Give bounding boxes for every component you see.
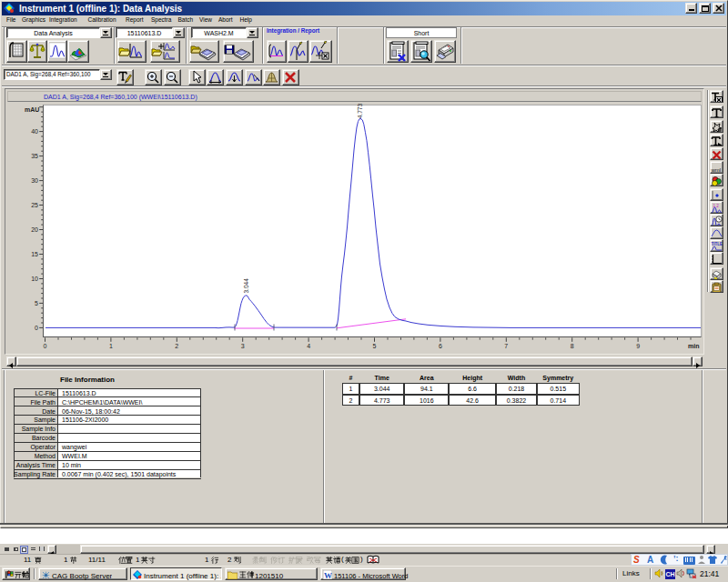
- svg-text:3.044: 3.044: [243, 278, 249, 294]
- svg-text:TITLE: TITLE: [712, 241, 723, 246]
- svg-text:wml: wml: [711, 167, 721, 173]
- svg-text:4.773: 4.773: [357, 104, 363, 119]
- svg-text:W: W: [324, 571, 332, 580]
- svg-text:1 2: 1 2: [713, 204, 720, 208]
